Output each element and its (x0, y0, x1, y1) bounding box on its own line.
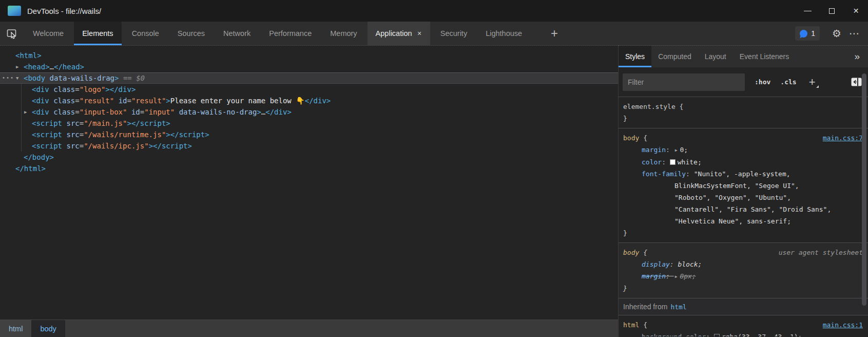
breadcrumb-item-body[interactable]: body (31, 320, 65, 337)
property-colon: : (662, 158, 670, 166)
toggle-element-state-button[interactable]: :hov (755, 78, 770, 86)
code-token: Please enter your name below (170, 97, 296, 105)
code-token: <script (32, 142, 62, 150)
tab-console[interactable]: Console (124, 22, 167, 45)
tab-elements[interactable]: Elements (74, 22, 121, 45)
inherited-from-node-link[interactable]: html (670, 303, 686, 311)
css-rule: body {user agent stylesheetdisplay: bloc… (619, 242, 868, 298)
tab-performance[interactable]: Performance (261, 22, 320, 45)
close-button[interactable]: ✕ (844, 0, 868, 22)
css-selector[interactable]: html { (623, 319, 647, 331)
tab-label: Security (440, 29, 467, 38)
tab-label: Lighthouse (486, 29, 522, 38)
color-swatch[interactable] (670, 159, 676, 165)
selector-text: body (623, 134, 639, 142)
css-selector[interactable]: body { (623, 132, 647, 144)
tab-network[interactable]: Network (215, 22, 259, 45)
node-menu-dots-icon[interactable]: ••• (2, 72, 14, 84)
more-options-button[interactable]: ⋯ (845, 25, 863, 42)
inherited-from-label: Inherited from (623, 303, 667, 311)
toggle-sidebar-button[interactable] (851, 78, 862, 86)
property-name: background-color (642, 333, 706, 336)
styles-toolbar: :hov .cls + (619, 67, 868, 97)
tab-sources[interactable]: Sources (169, 22, 213, 45)
css-property[interactable]: margin: ▶8px; (623, 270, 863, 283)
tab-application[interactable]: Application✕ (368, 22, 430, 45)
css-property[interactable]: color: white; (623, 156, 863, 168)
tab-label: Welcome (33, 29, 64, 38)
styles-tabs: StylesComputedLayoutEvent Listeners (619, 46, 796, 67)
code-token: ></script> (149, 142, 192, 150)
code-token: = (127, 97, 131, 105)
dom-tree-row[interactable]: <html> (0, 50, 618, 61)
css-property[interactable]: font-family: "Nunito", -apple-system,Bli… (623, 168, 863, 227)
tab-security[interactable]: Security (432, 22, 475, 45)
code-token: … (50, 63, 54, 71)
expander-expanded-icon[interactable]: ▼ (16, 72, 18, 84)
expander-collapsed-icon[interactable]: ▶ (24, 106, 27, 118)
more-tabs-button[interactable]: » (854, 46, 860, 67)
tab-lighthouse[interactable]: Lighthouse (477, 22, 530, 45)
toggle-class-button[interactable]: .cls (780, 78, 796, 86)
tab-welcome[interactable]: Welcome (25, 22, 72, 45)
add-tab-button[interactable]: + (544, 22, 565, 45)
property-name: margin (642, 146, 666, 154)
tab-computed[interactable]: Computed (651, 46, 698, 67)
code-token: <script (32, 119, 62, 127)
dom-tree-row[interactable]: ▶<div class="input-box" id="input" data-… (0, 106, 618, 118)
maximize-button[interactable] (820, 0, 844, 22)
expand-value-icon[interactable]: ▶ (675, 148, 678, 153)
code-token (49, 97, 53, 105)
code-token: id (131, 108, 140, 116)
plus-icon: + (809, 76, 816, 88)
code-token: = (80, 119, 84, 127)
property-value: 0; (680, 146, 688, 154)
dom-tree-row[interactable]: •••▼<body data-wails-drag> == $0 (0, 72, 618, 84)
scrollbar-thumb[interactable] (862, 73, 866, 306)
minimize-button[interactable] (796, 0, 820, 22)
expand-value-icon[interactable]: ▶ (675, 274, 678, 279)
dom-tree-row[interactable]: </html> (0, 163, 618, 174)
stylesheet-link[interactable]: main.css:1 (823, 319, 863, 331)
new-style-rule-button[interactable]: + (809, 76, 819, 89)
property-value: block; (678, 260, 702, 268)
css-selector[interactable]: element.style { (623, 101, 683, 113)
dom-tree-row[interactable]: <script src="/main.js"></script> (0, 118, 618, 129)
code-token: class (53, 108, 75, 116)
settings-button[interactable]: ⚙ (828, 25, 845, 42)
tab-event-listeners[interactable]: Event Listeners (733, 46, 796, 67)
issues-badge[interactable]: 1 (795, 26, 820, 41)
css-property[interactable]: margin: ▶0; (623, 144, 863, 156)
selector-text: element.style (623, 103, 676, 110)
styles-scrollbar[interactable] (861, 68, 868, 337)
tab-layout[interactable]: Layout (698, 46, 733, 67)
close-tab-icon[interactable]: ✕ (417, 30, 422, 37)
code-token: = (140, 108, 144, 116)
code-token: <div (32, 108, 49, 116)
tab-label: Network (223, 29, 250, 38)
color-swatch[interactable] (714, 334, 720, 336)
tab-styles[interactable]: Styles (619, 46, 651, 67)
css-rule-header: html {main.css:1 (623, 319, 863, 331)
css-selector[interactable]: body { (623, 247, 647, 258)
dom-tree-row[interactable]: <script src="/wails/ipc.js"></script> (0, 140, 618, 152)
dom-tree-row[interactable]: </body> (0, 152, 618, 163)
filter-input[interactable] (623, 73, 745, 91)
code-token: <div (32, 85, 49, 93)
code-token: = (80, 142, 84, 150)
stylesheet-link[interactable]: main.css:7 (823, 132, 863, 144)
css-property[interactable]: background-color: rgba(33, 37, 43, 1); (623, 331, 863, 336)
css-property[interactable]: display: block; (623, 258, 863, 270)
dom-tree-row[interactable]: ▶<head>…</head> (0, 61, 618, 72)
chat-bubble-icon (800, 30, 807, 38)
tab-memory[interactable]: Memory (322, 22, 365, 45)
dom-tree-row[interactable]: <div class="result" id="result">Please e… (0, 95, 618, 106)
dom-tree-row[interactable]: <script src="/wails/runtime.js"></script… (0, 129, 618, 140)
dom-tree-row[interactable]: <div class="logo"></div> (0, 84, 618, 95)
more-icon: ⋯ (849, 27, 859, 40)
inspect-element-button[interactable] (0, 22, 24, 45)
expander-collapsed-icon[interactable]: ▶ (16, 61, 18, 72)
property-colon: : (686, 170, 694, 178)
titlebar[interactable]: DevTools - file://wails/ ✕ (0, 0, 868, 22)
breadcrumb-item-html[interactable]: html (0, 320, 31, 337)
